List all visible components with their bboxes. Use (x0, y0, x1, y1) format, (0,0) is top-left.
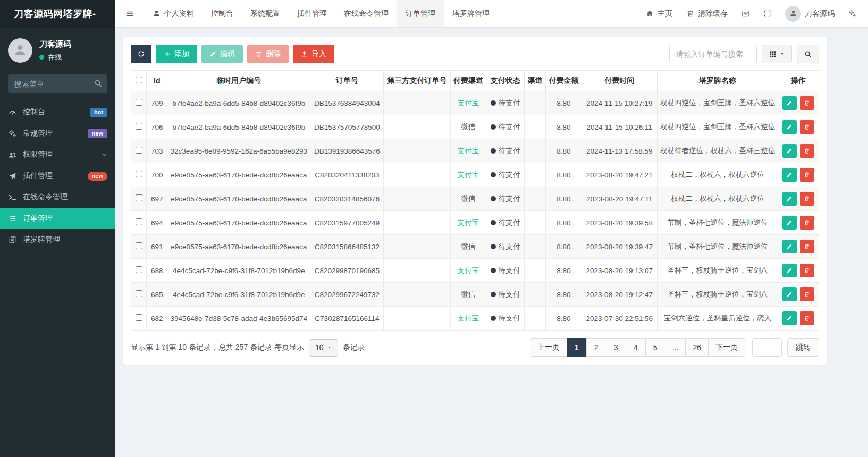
row-edit-button[interactable] (782, 144, 797, 158)
tab-个人资料[interactable]: 个人资料 (144, 0, 203, 27)
row-delete-button[interactable] (800, 216, 814, 230)
cell-qudao (524, 115, 545, 139)
row-checkbox[interactable] (136, 290, 142, 297)
tab-在线命令管理[interactable]: 在线命令管理 (335, 0, 397, 27)
tab-系统配置[interactable]: 系统配置 (242, 0, 289, 27)
row-edit-button[interactable] (782, 264, 797, 277)
edit-button[interactable]: 编辑 (201, 45, 243, 63)
trash-icon (804, 100, 810, 106)
page-size-dropdown[interactable]: 10 (309, 339, 338, 357)
row-edit-button[interactable] (782, 168, 797, 182)
fullscreen-button[interactable] (763, 10, 771, 18)
clear-cache-label: 清除缓存 (698, 9, 728, 19)
search-button[interactable] (797, 45, 819, 63)
status-dot-icon (491, 268, 496, 273)
jump-page-input[interactable] (752, 338, 782, 357)
sidebar-item-label: 塔罗牌管理 (23, 235, 60, 244)
tab-label: 在线命令管理 (344, 9, 389, 19)
row-edit-button[interactable] (782, 311, 797, 325)
page-下一页[interactable]: 下一页 (708, 338, 745, 357)
page-1[interactable]: 1 (567, 338, 587, 357)
select-all-checkbox[interactable] (136, 77, 142, 83)
row-checkbox[interactable] (136, 266, 142, 273)
row-checkbox[interactable] (136, 99, 142, 106)
sidebar-item-控制台[interactable]: 控制台hot (0, 101, 115, 123)
sidebar-item-插件管理[interactable]: 插件管理new (0, 165, 115, 187)
row-delete-button[interactable] (800, 287, 814, 301)
avatar (8, 38, 32, 63)
add-button[interactable]: 添加 (156, 45, 197, 63)
page-...[interactable]: ... (665, 338, 686, 357)
row-checkbox[interactable] (136, 242, 142, 249)
row-edit-button[interactable] (782, 287, 797, 301)
row-edit-button[interactable] (782, 216, 797, 230)
clear-cache-link[interactable]: 清除缓存 (686, 9, 728, 19)
cell-actions (778, 139, 819, 163)
table-search-group (669, 45, 819, 63)
page-2[interactable]: 2 (586, 338, 606, 357)
page-3[interactable]: 3 (606, 338, 626, 357)
refresh-button[interactable] (131, 45, 151, 63)
trash-icon (804, 291, 810, 298)
page-4[interactable]: 4 (626, 338, 646, 357)
row-checkbox[interactable] (136, 194, 142, 201)
row-checkbox[interactable] (136, 218, 142, 225)
row-delete-button[interactable] (800, 96, 814, 110)
cell-channel: 支付宝 (450, 163, 486, 187)
row-delete-button[interactable] (800, 192, 814, 206)
sidebar-item-订单管理[interactable]: 订单管理 (0, 208, 115, 229)
page-26[interactable]: 26 (685, 338, 709, 357)
row-edit-button[interactable] (782, 120, 797, 134)
sidebar-item-label: 订单管理 (23, 214, 53, 223)
row-delete-button[interactable] (800, 168, 814, 182)
cell-order-no: DB15376384943004 (310, 91, 384, 115)
row-delete-button[interactable] (800, 240, 814, 253)
cell-tarot: 节制，圣杯七逆位，魔法师逆位 (657, 235, 778, 259)
row-delete-button[interactable] (800, 264, 814, 277)
cell-time: 2024-11-15 10:26:11 (582, 115, 657, 139)
sidebar-search (8, 74, 107, 93)
row-delete-button[interactable] (800, 311, 814, 325)
row-edit-button[interactable] (782, 96, 797, 110)
settings-button[interactable] (848, 10, 856, 18)
cell-tarot: 权杖二，权杖六，权杖六逆位 (657, 187, 778, 211)
cell-qudao (524, 307, 545, 331)
cell-tarot: 节制，圣杯七逆位，魔法师逆位 (657, 211, 778, 235)
home-link[interactable]: 主页 (646, 9, 672, 19)
pencil-icon (786, 291, 793, 298)
row-checkbox[interactable] (136, 147, 142, 154)
import-label: 导入 (311, 49, 326, 59)
online-dot-icon (39, 55, 44, 60)
tab-插件管理[interactable]: 插件管理 (289, 0, 335, 27)
tab-控制台[interactable]: 控制台 (203, 0, 242, 27)
row-edit-button[interactable] (782, 240, 797, 253)
tab-订单管理[interactable]: 订单管理 (397, 0, 444, 27)
sidebar-search-input[interactable] (8, 74, 107, 93)
cell-qudao (524, 259, 545, 283)
columns-button[interactable] (762, 45, 792, 63)
jump-button[interactable]: 跳转 (787, 338, 819, 357)
search-icon[interactable] (94, 79, 102, 87)
row-edit-button[interactable] (782, 192, 797, 206)
row-delete-button[interactable] (800, 144, 814, 158)
language-button[interactable] (741, 10, 749, 18)
sidebar-item-常规管理[interactable]: 常规管理new (0, 123, 115, 144)
user-menu[interactable]: 刀客源码 (785, 6, 835, 22)
order-search-input[interactable] (669, 45, 757, 63)
hamburger-icon[interactable] (115, 0, 144, 27)
row-delete-button[interactable] (800, 120, 814, 134)
cell-third-no (384, 115, 450, 139)
tab-塔罗牌管理[interactable]: 塔罗牌管理 (444, 0, 498, 27)
row-checkbox[interactable] (136, 171, 142, 177)
page-5[interactable]: 5 (645, 338, 665, 357)
sidebar-item-在线命令管理[interactable]: 在线命令管理 (0, 187, 115, 208)
import-button[interactable]: 导入 (293, 45, 334, 63)
page-上一页[interactable]: 上一页 (530, 338, 567, 357)
sidebar-item-塔罗牌管理[interactable]: 塔罗牌管理 (0, 229, 115, 250)
brand: 刀客源码网塔罗牌- (0, 0, 115, 28)
sidebar-badge: new (88, 129, 107, 138)
row-checkbox[interactable] (136, 314, 142, 321)
delete-button[interactable]: 删除 (247, 45, 289, 63)
row-checkbox[interactable] (136, 123, 142, 130)
sidebar-item-权限管理[interactable]: 权限管理 (0, 144, 115, 165)
